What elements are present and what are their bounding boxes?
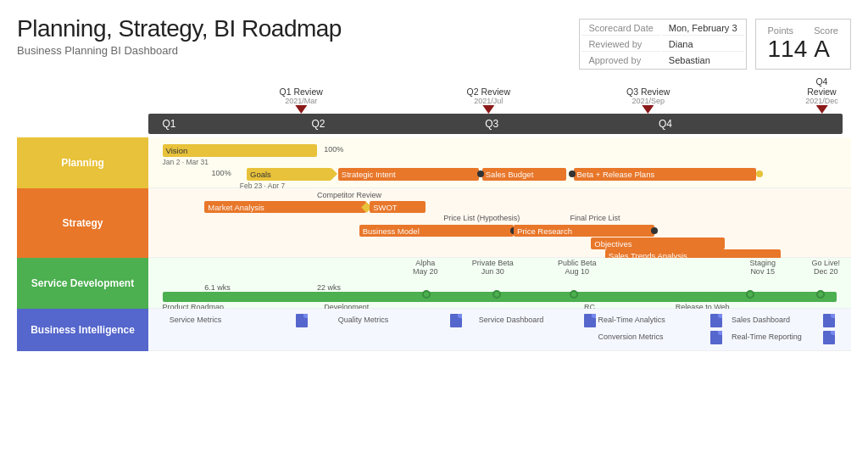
strategy-row: Strategy Competitor Review Market Analys… bbox=[17, 188, 851, 258]
beta-release-bar: Beta + Release Plans bbox=[574, 168, 757, 181]
realtime-reporting-label: Real-Time Reporting bbox=[732, 332, 802, 341]
bi-label: Business Intelligence bbox=[17, 309, 148, 351]
title-block: Planning, Strategy, BI Roadmap Business … bbox=[17, 15, 342, 57]
service-label: Service Development bbox=[17, 258, 148, 309]
strategy-content: Competitor Review Market Analysis SWOT P… bbox=[148, 188, 851, 258]
dot2 bbox=[569, 170, 576, 177]
business-model-bar: Business Model bbox=[359, 225, 514, 237]
q4-review-marker: Q4 Review 2021/Dec bbox=[805, 76, 838, 114]
quality-metrics-icon bbox=[450, 314, 462, 327]
goals-pct: 100% bbox=[212, 169, 231, 177]
q1-bar-label: Q1 bbox=[162, 118, 175, 130]
points-box: Points 114 Score A bbox=[755, 19, 851, 70]
q2-review-marker: Q2 Review 2021/Jul bbox=[467, 87, 510, 114]
alpha-label: AlphaMay 20 bbox=[409, 259, 442, 276]
gantt-area: Planning Vision 100% Jan 2 · Mar 31 Goal… bbox=[17, 137, 851, 351]
service-metrics-icon bbox=[296, 314, 308, 327]
service-content: AlphaMay 20 Private BetaJun 30 Public Be… bbox=[148, 258, 851, 309]
approved-label: Approved by bbox=[581, 53, 659, 67]
golive-dot bbox=[816, 290, 825, 299]
service-row: Service Development AlphaMay 20 Private … bbox=[17, 258, 851, 309]
service-metrics-label: Service Metrics bbox=[170, 316, 222, 324]
service-dashboard-icon bbox=[584, 314, 596, 327]
realtime-analytics-label: Real-Time Analytics bbox=[598, 316, 665, 324]
points-label: Points bbox=[768, 25, 808, 36]
golive-label: Go Live!Dec 20 bbox=[809, 259, 843, 276]
q1-review-marker: Q1 Review 2021/Mar bbox=[279, 87, 322, 114]
staging-label: StagingNov 15 bbox=[746, 259, 780, 276]
reviewed-label: Reviewed by bbox=[581, 37, 659, 52]
header: Planning, Strategy, BI Roadmap Business … bbox=[17, 15, 851, 70]
conversion-metrics-icon bbox=[710, 331, 722, 344]
planning-label: Planning bbox=[17, 137, 148, 188]
score-value: A bbox=[814, 36, 838, 63]
planning-row: Planning Vision 100% Jan 2 · Mar 31 Goal… bbox=[17, 137, 851, 188]
page-title: Planning, Strategy, BI Roadmap bbox=[17, 15, 342, 42]
staging-dot bbox=[746, 290, 754, 299]
price-list-hyp-label: Price List (Hypothesis) bbox=[443, 214, 520, 222]
planning-content: Vision 100% Jan 2 · Mar 31 Goals 100% Fe… bbox=[148, 137, 851, 188]
public-beta-label: Public BetaAug 10 bbox=[556, 259, 598, 276]
conversion-metrics-label: Conversion Metrics bbox=[598, 332, 664, 341]
swot-bar: SWOT bbox=[370, 201, 426, 213]
q4-bar-label: Q4 bbox=[659, 118, 672, 130]
vision-dates: Jan 2 · Mar 31 bbox=[163, 158, 209, 166]
score-label: Score bbox=[814, 25, 838, 36]
final-price-label: Final Price List bbox=[570, 214, 620, 222]
sales-dashboard-label: Sales Dashboard bbox=[732, 316, 790, 324]
sales-budget-bar: Sales Budget bbox=[482, 168, 566, 181]
price-research-bar: Price Research bbox=[514, 225, 654, 237]
q3-bar-label: Q3 bbox=[485, 118, 498, 130]
private-beta-label: Private BetaJun 30 bbox=[471, 259, 514, 276]
pr-dot bbox=[651, 227, 658, 234]
dot3 bbox=[756, 170, 763, 177]
scorecard-table: Scorecard Date Mon, February 3 Reviewed … bbox=[579, 19, 746, 70]
realtime-reporting-icon bbox=[823, 331, 835, 344]
competitor-review-label: Competitor Review bbox=[317, 191, 381, 199]
market-analysis-bar: Market Analysis bbox=[204, 201, 366, 213]
timeline-section: Q1 Review 2021/Mar Q2 Review 2021/Jul Q3… bbox=[17, 76, 851, 134]
realtime-analytics-icon bbox=[710, 314, 722, 327]
q3-review-marker: Q3 Review 2021/Sep bbox=[626, 87, 670, 114]
bi-row: Business Intelligence Service Metrics Qu… bbox=[17, 309, 851, 351]
goals-bar: Goals bbox=[247, 168, 331, 181]
scorecard-date-label: Scorecard Date bbox=[581, 21, 659, 36]
quality-metrics-label: Quality Metrics bbox=[338, 316, 389, 324]
scorecard-date-value: Mon, February 3 bbox=[662, 21, 744, 36]
page-subtitle: Business Planning BI Dashboard bbox=[17, 44, 342, 57]
objectives-bar: Objectives bbox=[591, 238, 725, 249]
q2-bar-label: Q2 bbox=[311, 118, 325, 130]
strategy-label: Strategy bbox=[17, 188, 148, 258]
scorecard-block: Scorecard Date Mon, February 3 Reviewed … bbox=[579, 19, 851, 70]
points-value: 114 bbox=[768, 36, 808, 63]
vision-pct: 100% bbox=[324, 145, 343, 154]
wks-22: 22 wks bbox=[317, 283, 341, 292]
approved-value: Sebastian bbox=[662, 53, 744, 67]
reviewed-value: Diana bbox=[662, 37, 744, 52]
dot1 bbox=[477, 170, 484, 177]
vision-bar: Vision bbox=[163, 144, 317, 157]
service-dashboard-label: Service Dashboard bbox=[479, 316, 544, 324]
strategic-intent-bar: Strategic Intent bbox=[338, 168, 479, 181]
bi-content: Service Metrics Quality Metrics Service … bbox=[148, 309, 851, 351]
quarters-labels: Q1 Review 2021/Mar Q2 Review 2021/Jul Q3… bbox=[148, 76, 843, 114]
sales-dashboard-icon bbox=[823, 314, 835, 327]
wks-6: 6.1 wks bbox=[204, 283, 231, 292]
